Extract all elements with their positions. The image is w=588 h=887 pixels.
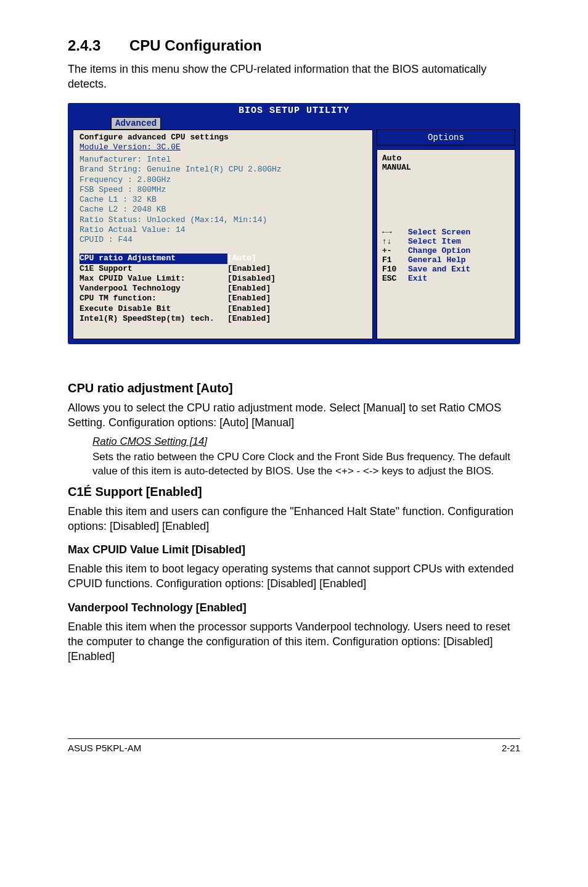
help-key: +- [382,246,408,255]
help-key: ESC [382,274,408,283]
setting-label: CPU TM function: [80,294,227,303]
bios-info-line: CPUID : F44 [80,235,366,245]
setting-label: Vanderpool Technology [80,284,227,294]
bios-info-line: Ratio Actual Value: 14 [80,225,366,235]
bios-setting-c1e[interactable]: C1E Support [Enabled] [80,264,366,274]
heading-cpuid: Max CPUID Value Limit [Disabled] [68,543,520,556]
paragraph-cpu-ratio: Allows you to select the CPU ratio adjus… [68,400,520,431]
help-row: ←→Select Screen [382,228,510,237]
bios-option[interactable]: MANUAL [382,163,510,172]
heading-cpu-ratio: CPU ratio adjustment [Auto] [68,381,520,395]
heading-vanderpool: Vanderpool Technology [Enabled] [68,601,520,614]
bios-title: BIOS SETUP UTILITY [68,103,520,116]
bios-option[interactable]: Auto [382,154,510,163]
help-desc: Save and Exit [408,265,470,274]
paragraph-c1e: Enable this item and users can configure… [68,504,520,534]
bios-info-block: Manufacturer: Intel Brand String: Genuin… [80,155,366,245]
help-key: ←→ [382,228,408,237]
bios-setting-tm[interactable]: CPU TM function: [Enabled] [80,294,366,303]
bios-screenshot: BIOS SETUP UTILITY Advanced Configure ad… [68,103,520,345]
bios-help-block: ←→Select Screen ↑↓Select Item +-Change O… [382,228,510,283]
bios-setting-cpuid[interactable]: Max CPUID Value Limit: [Disabled] [80,274,366,284]
bios-info-line: Cache L1 : 32 KB [80,195,366,205]
page-footer: ASUS P5KPL-AM 2-21 [68,738,520,753]
setting-value: [Disabled] [227,274,276,284]
bios-main-panel: Configure advanced CPU settings Module V… [73,130,373,340]
paragraph-cpuid: Enable this item to boot legacy operatin… [68,561,520,592]
bios-tabbar: Advanced [68,116,520,130]
setting-value: [Enabled] [227,314,271,324]
sub-ratio-title: Ratio CMOS Setting [14] [92,435,520,448]
bios-setting-execute-disable[interactable]: Execute Disable Bit [Enabled] [80,304,366,314]
help-desc: Change Option [408,246,470,255]
bios-options-header: Options [377,130,515,146]
setting-label: Max CPUID Value Limit: [80,274,227,284]
setting-label: Execute Disable Bit [80,304,227,314]
bios-tab-advanced[interactable]: Advanced [111,117,161,130]
bios-setting-speedstep[interactable]: Intel(R) SpeedStep(tm) tech. [Enabled] [80,314,366,324]
bios-left-heading: Configure advanced CPU settings [80,133,366,142]
help-desc: Select Item [408,237,461,246]
section-title: CPU Configuration [129,37,262,54]
footer-right: 2-21 [502,743,520,753]
setting-label: Intel(R) SpeedStep(tm) tech. [80,314,227,324]
help-desc: General Help [408,255,466,265]
bios-info-line: Cache L2 : 2048 KB [80,205,366,215]
bios-info-line: FSB Speed : 800MHz [80,185,366,195]
bios-info-line: Brand String: Genuine Intel(R) CPU 2.80G… [80,165,366,175]
bios-options-panel: Auto MANUAL ←→Select Screen ↑↓Select Ite… [377,149,515,340]
sub-ratio-body: Sets the ratio between the CPU Core Cloc… [92,450,520,479]
help-row: ↑↓Select Item [382,237,510,246]
help-key: F10 [382,265,408,274]
bios-setting-vanderpool[interactable]: Vanderpool Technology [Enabled] [80,284,366,294]
help-row: +-Change Option [382,246,510,255]
setting-label: C1E Support [80,264,227,274]
bios-setting-cpu-ratio[interactable]: CPU ratio Adjustment [Auto] [80,254,366,263]
help-key: ↑↓ [382,237,408,246]
bios-settings-block: CPU ratio Adjustment [Auto] C1E Support … [80,254,366,324]
sub-ratio-block: Ratio CMOS Setting [14] Sets the ratio b… [68,435,520,479]
setting-value: [Enabled] [227,264,271,274]
footer-left: ASUS P5KPL-AM [68,743,141,753]
setting-value: [Enabled] [227,284,271,294]
help-row: ESCExit [382,274,510,283]
section-heading: 2.4.3CPU Configuration [68,37,520,54]
paragraph-vanderpool: Enable this item when the processor supp… [68,619,520,664]
help-desc: Select Screen [408,228,470,237]
help-key: F1 [382,255,408,265]
setting-label: CPU ratio Adjustment [80,254,227,263]
help-row: F10Save and Exit [382,265,510,274]
setting-value: [Enabled] [227,304,271,314]
bios-info-line: Manufacturer: Intel [80,155,366,165]
section-intro: The items in this menu show the CPU-rela… [68,62,520,92]
bios-info-line: Ratio Status: Unlocked (Max:14, Min:14) [80,215,366,225]
heading-c1e: C1É Support [Enabled] [68,485,520,499]
bios-info-line: Frequency : 2.80GHz [80,175,366,185]
setting-value: [Auto] [227,254,256,263]
help-row: F1General Help [382,255,510,265]
help-desc: Exit [408,274,427,283]
bios-module-version: Module Version: 3C.0E [80,142,366,152]
setting-value: [Enabled] [227,294,271,303]
section-number: 2.4.3 [68,37,129,54]
